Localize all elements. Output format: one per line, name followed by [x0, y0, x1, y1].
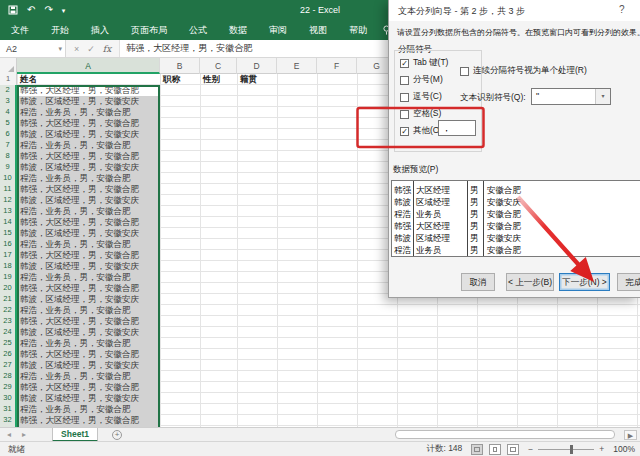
row-header-5[interactable]: 5 — [0, 118, 17, 129]
undo-icon[interactable]: ↶ — [27, 5, 35, 15]
cell-A20[interactable]: 韩强，大区经理，男，安徽合肥 — [18, 283, 160, 294]
delimiter-row-4[interactable]: 空格(S) — [400, 108, 441, 120]
consecutive-checkbox-row[interactable]: 连续分隔符号视为单个处理(R) — [460, 65, 587, 77]
data-preview-box[interactable]: 韩强大区经理男安徽合肥韩波区域经理男安徽安庆程浩业务员男安徽合肥韩强大区经理男安… — [391, 180, 640, 257]
column-header-A[interactable]: A — [17, 58, 160, 74]
row-header-6[interactable]: 6 — [0, 129, 17, 140]
cell-A31[interactable]: 程浩，业务员，男，安徽合肥 — [18, 404, 160, 415]
delimiter-checkbox-3[interactable] — [400, 93, 409, 102]
other-delimiter-input[interactable] — [438, 120, 476, 136]
combo-dropdown-icon[interactable]: ▾ — [595, 89, 610, 104]
row-header-17[interactable]: 17 — [0, 250, 17, 261]
column-header-E[interactable]: E — [277, 58, 317, 74]
column-header-C[interactable]: C — [200, 58, 237, 74]
cell-A12[interactable]: 韩波，区域经理，男，安徽安庆 — [18, 195, 160, 206]
cell-A2[interactable]: 韩强，大区经理，男，安徽合肥 — [18, 85, 160, 96]
row-header-10[interactable]: 10 — [0, 173, 17, 184]
row-header-2[interactable]: 2 — [0, 85, 17, 96]
header-cell-B1[interactable]: 职称 — [161, 74, 180, 85]
row-header-11[interactable]: 11 — [0, 184, 17, 195]
column-header-B[interactable]: B — [160, 58, 200, 74]
row-header-1[interactable]: 1 — [0, 74, 17, 85]
confirm-entry-icon[interactable]: ✓ — [87, 44, 95, 54]
zoom-slider[interactable] — [538, 449, 594, 450]
row-header-32[interactable]: 32 — [0, 415, 17, 426]
cell-A4[interactable]: 程浩，业务员，男，安徽合肥 — [18, 107, 160, 118]
back-button[interactable]: < 上一步(B) — [506, 273, 554, 291]
cell-A29[interactable]: 韩强，大区经理，男，安徽合肥 — [18, 382, 160, 393]
zoom-level[interactable]: 100% — [613, 444, 635, 454]
cell-A23[interactable]: 韩强，大区经理，男，安徽合肥 — [18, 316, 160, 327]
cell-A26[interactable]: 韩强，大区经理，男，安徽合肥 — [18, 349, 160, 360]
header-cell-A1[interactable]: 姓名 — [18, 74, 37, 85]
row-header-28[interactable]: 28 — [0, 371, 17, 382]
delimiter-row-2[interactable]: 分号(M) — [400, 74, 443, 86]
ribbon-tab-帮助[interactable]: 帮助 — [338, 20, 378, 40]
page-layout-view-icon[interactable] — [489, 444, 501, 455]
header-cell-D1[interactable]: 籍贯 — [238, 74, 257, 85]
cell-A32[interactable]: 韩强，大区经理，男，安徽合肥 — [18, 415, 160, 426]
cell-A21[interactable]: 韩波，区域经理，男，安徽安庆 — [18, 294, 160, 305]
cell-A22[interactable]: 程浩，业务员，男，安徽合肥 — [18, 305, 160, 316]
column-header-F[interactable]: F — [317, 58, 357, 74]
row-header-4[interactable]: 4 — [0, 107, 17, 118]
insert-function-icon[interactable]: fx — [103, 44, 111, 54]
ribbon-tab-页面布局[interactable]: 页面布局 — [120, 20, 178, 40]
column-header-D[interactable]: D — [237, 58, 277, 74]
page-break-view-icon[interactable] — [507, 444, 519, 455]
cell-A27[interactable]: 韩波，区域经理，男，安徽安庆 — [18, 360, 160, 371]
delimiter-checkbox-4[interactable] — [400, 110, 409, 119]
row-header-29[interactable]: 29 — [0, 382, 17, 393]
ribbon-tab-文件[interactable]: 文件 — [0, 20, 40, 40]
cell-A14[interactable]: 韩强，大区经理，男，安徽合肥 — [18, 217, 160, 228]
zoom-in-icon[interactable]: + — [599, 444, 604, 454]
ribbon-tab-公式[interactable]: 公式 — [178, 20, 218, 40]
cell-A7[interactable]: 程浩，业务员，男，安徽合肥 — [18, 140, 160, 151]
name-box-dropdown-icon[interactable]: ▾ — [58, 45, 62, 53]
cell-A13[interactable]: 程浩，业务员，男，安徽合肥 — [18, 206, 160, 217]
new-sheet-icon[interactable]: + — [112, 430, 122, 440]
row-header-13[interactable]: 13 — [0, 206, 17, 217]
qat-customize-icon[interactable]: ▾ — [62, 7, 66, 14]
cancel-entry-icon[interactable]: × — [74, 44, 79, 54]
zoom-slider-thumb[interactable] — [570, 445, 573, 454]
delimiter-checkbox-1[interactable]: ✓ — [400, 59, 409, 68]
row-header-25[interactable]: 25 — [0, 338, 17, 349]
cell-A17[interactable]: 韩强，大区经理，男，安徽合肥 — [18, 250, 160, 261]
row-header-15[interactable]: 15 — [0, 228, 17, 239]
cell-A24[interactable]: 韩波，区域经理，男，安徽安庆 — [18, 327, 160, 338]
cell-A30[interactable]: 韩波，区域经理，男，安徽安庆 — [18, 393, 160, 404]
dialog-help-icon[interactable]: ? — [619, 4, 625, 15]
row-header-3[interactable]: 3 — [0, 96, 17, 107]
zoom-out-icon[interactable]: − — [528, 444, 533, 454]
cell-A10[interactable]: 程浩，业务员，男，安徽合肥 — [18, 173, 160, 184]
dialog-titlebar[interactable]: 文本分列向导 - 第 2 步，共 3 步 ? — [389, 0, 640, 21]
sheet-tab-sheet1[interactable]: Sheet1 — [52, 428, 98, 442]
cell-A5[interactable]: 韩强，大区经理，男，安徽合肥 — [18, 118, 160, 129]
row-header-8[interactable]: 8 — [0, 151, 17, 162]
row-header-30[interactable]: 30 — [0, 393, 17, 404]
ribbon-tab-插入[interactable]: 插入 — [80, 20, 120, 40]
row-header-7[interactable]: 7 — [0, 140, 17, 151]
ribbon-tab-视图[interactable]: 视图 — [298, 20, 338, 40]
row-header-26[interactable]: 26 — [0, 349, 17, 360]
cell-A18[interactable]: 韩波，区域经理，男，安徽安庆 — [18, 261, 160, 272]
ribbon-tab-数据[interactable]: 数据 — [218, 20, 258, 40]
cell-A28[interactable]: 程浩，业务员，男，安徽合肥 — [18, 371, 160, 382]
row-header-23[interactable]: 23 — [0, 316, 17, 327]
row-header-21[interactable]: 21 — [0, 294, 17, 305]
cell-A11[interactable]: 韩强，大区经理，男，安徽合肥 — [18, 184, 160, 195]
cell-A9[interactable]: 韩波，区域经理，男，安徽安庆 — [18, 162, 160, 173]
consecutive-checkbox[interactable] — [460, 67, 469, 76]
cell-A25[interactable]: 程浩，业务员，男，安徽合肥 — [18, 338, 160, 349]
finish-button[interactable]: 完成(F) — [617, 273, 640, 291]
delimiter-checkbox-2[interactable] — [400, 76, 409, 85]
row-header-12[interactable]: 12 — [0, 195, 17, 206]
header-cell-C1[interactable]: 性别 — [201, 74, 220, 85]
cell-A6[interactable]: 韩波，区域经理，男，安徽安庆 — [18, 129, 160, 140]
name-box[interactable]: A2 ▾ — [0, 40, 66, 57]
scroll-right-icon[interactable]: ▶ — [624, 430, 637, 440]
text-qualifier-combo[interactable]: " ▾ — [531, 88, 611, 105]
row-header-16[interactable]: 16 — [0, 239, 17, 250]
delimiter-checkbox-5[interactable]: ✓ — [400, 127, 409, 136]
